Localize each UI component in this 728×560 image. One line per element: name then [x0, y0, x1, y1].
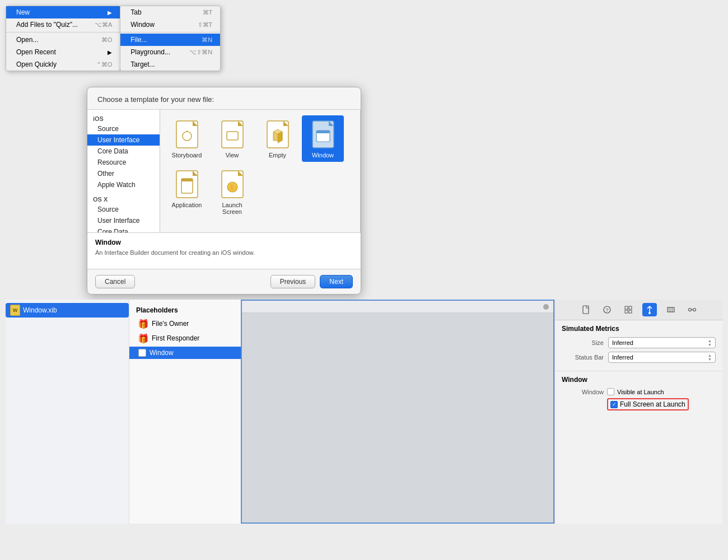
xib-file-icon: W	[10, 305, 20, 316]
sidebar-section-osx: OS X	[87, 194, 160, 204]
sidebar-item-apple-watch[interactable]: Apple Watch	[87, 179, 160, 190]
submenu-panel: Tab ⌘T Window ⇧⌘T File... ⌘N Playground.…	[120, 6, 221, 71]
files-owner-icon: 🎁	[138, 318, 148, 329]
size-dropdown[interactable]: Inferred ▲ ▼	[608, 337, 716, 348]
visible-at-launch-row: Window Visible at Launch	[562, 388, 716, 395]
inspector-toolbar: ?	[555, 300, 722, 320]
placeholder-first-responder[interactable]: 🎁 First Responder	[129, 331, 241, 346]
next-button[interactable]: Next	[320, 275, 353, 288]
inspector-tool-connections[interactable]	[685, 303, 699, 316]
window-check-label: Window	[562, 389, 604, 395]
file-tree-item-window-xib[interactable]: W Window.xib	[6, 303, 129, 318]
svg-rect-30	[629, 310, 632, 313]
placeholder-files-owner[interactable]: 🎁 File's Owner	[129, 316, 241, 331]
svg-rect-15	[316, 130, 330, 133]
template-view[interactable]: View	[211, 115, 253, 162]
window-section-title: Window	[562, 376, 716, 384]
template-sidebar: iOS Source User Interface Core Data Reso…	[87, 110, 160, 232]
size-value: Inferred	[612, 339, 633, 346]
submenu-window[interactable]: Window ⇧⌘T	[120, 18, 220, 31]
desc-text: An Interface Builder document for creati…	[95, 249, 353, 257]
canvas-title-bar	[242, 301, 553, 313]
dialog-footer: Cancel Previous Next	[87, 269, 361, 294]
full-screen-row: ✓ Full Screen at Launch	[562, 398, 716, 410]
window-section: Window Window Visible at Launch ✓ Full S…	[555, 371, 722, 418]
submenu-arrow: ▶	[108, 10, 112, 16]
full-screen-label: Full Screen at Launch	[620, 400, 685, 408]
svg-point-31	[648, 312, 651, 314]
window-checkbox[interactable]	[138, 349, 146, 357]
files-owner-label: File's Owner	[152, 320, 189, 328]
menu-item-add-files[interactable]: Add Files to "Quiz"... ⌥⌘A	[6, 18, 120, 31]
simulated-metrics-section: Simulated Metrics Size Inferred ▲ ▼ Stat…	[555, 320, 722, 371]
status-bar-dropdown[interactable]: Inferred ▲ ▼	[608, 352, 716, 363]
application-label: Application	[172, 202, 202, 208]
template-dialog: Choose a template for your new file: iOS…	[87, 87, 361, 295]
file-tree-panel: W Window.xib	[6, 300, 129, 524]
submenu-playground[interactable]: Playground... ⌥⇧⌘N	[120, 46, 220, 58]
inspector-tool-grid[interactable]	[621, 303, 636, 316]
template-window[interactable]: Window	[302, 115, 344, 162]
inspector-panel: ? Simulated Metrics Size Inferred	[554, 300, 722, 524]
storyboard-label: Storyboard	[172, 152, 202, 158]
sidebar-item-osx-user-interface[interactable]: User Interface	[87, 215, 160, 226]
menu-item-open-recent[interactable]: Open Recent ▶	[6, 46, 120, 58]
sidebar-item-user-interface[interactable]: User Interface	[87, 134, 160, 146]
window-list-label: Window	[150, 349, 174, 357]
menu-item-open[interactable]: Open... ⌘O	[6, 34, 120, 46]
sidebar-item-source[interactable]: Source	[87, 123, 160, 134]
file-tree-item-label: Window.xib	[23, 306, 57, 314]
first-responder-label: First Responder	[152, 334, 199, 342]
template-launch-screen[interactable]: 1 Launch Screen	[211, 165, 253, 218]
inspector-tool-help[interactable]: ?	[600, 303, 614, 316]
svg-rect-19	[181, 179, 193, 181]
sidebar-item-osx-core-data[interactable]: Core Data	[87, 226, 160, 232]
template-description: Window An Interface Builder document for…	[87, 232, 361, 269]
sidebar-item-resource[interactable]: Resource	[87, 157, 160, 168]
xcode-area: W Window.xib Placeholders 🎁 File's Owner…	[6, 300, 722, 524]
template-empty[interactable]: Empty	[256, 115, 298, 162]
inspector-tool-attributes[interactable]	[642, 303, 657, 316]
size-row: Size Inferred ▲ ▼	[562, 337, 716, 348]
svg-text:?: ?	[605, 307, 608, 313]
menu-divider-1	[6, 32, 120, 32]
size-label: Size	[562, 339, 604, 346]
menu-item-new[interactable]: New ▶	[6, 6, 120, 18]
template-grid: Storyboard View	[160, 110, 361, 232]
submenu-divider	[120, 32, 220, 32]
simulated-metrics-title: Simulated Metrics	[562, 325, 716, 333]
status-bar-value: Inferred	[612, 354, 633, 361]
size-stepper[interactable]: ▲ ▼	[708, 339, 712, 347]
submenu-tab[interactable]: Tab ⌘T	[120, 6, 220, 18]
svg-marker-11	[278, 132, 282, 143]
status-bar-stepper[interactable]: ▲ ▼	[708, 353, 712, 361]
menu-item-open-quickly[interactable]: Open Quickly ⌃⌘O	[6, 58, 120, 71]
submenu-file[interactable]: File... ⌘N	[120, 34, 220, 46]
launch-screen-label: Launch Screen	[213, 202, 251, 215]
svg-rect-24	[583, 306, 589, 314]
sidebar-item-core-data[interactable]: Core Data	[87, 146, 160, 157]
main-menu-panel: New ▶ Add Files to "Quiz"... ⌥⌘A Open...…	[6, 6, 120, 71]
canvas-close-button[interactable]	[543, 304, 549, 310]
sidebar-item-osx-source[interactable]: Source	[87, 204, 160, 215]
empty-label: Empty	[269, 152, 286, 158]
status-bar-label: Status Bar	[562, 354, 604, 361]
visible-at-launch-checkbox[interactable]	[607, 388, 614, 395]
previous-button[interactable]: Previous	[270, 275, 316, 288]
open-recent-arrow: ▶	[108, 49, 112, 55]
canvas-panel	[241, 300, 554, 524]
svg-rect-29	[625, 310, 628, 313]
sidebar-item-other[interactable]: Other	[87, 168, 160, 179]
cancel-button[interactable]: Cancel	[95, 275, 135, 288]
full-screen-checkbox[interactable]: ✓	[610, 401, 618, 408]
window-list-item[interactable]: Window	[129, 347, 241, 359]
template-storyboard[interactable]: Storyboard	[166, 115, 208, 162]
dialog-body: iOS Source User Interface Core Data Reso…	[87, 109, 361, 232]
sidebar-section-ios: iOS	[87, 113, 160, 123]
window-label: Window	[312, 152, 334, 158]
inspector-tool-file[interactable]	[578, 303, 593, 316]
template-application[interactable]: Application	[166, 165, 208, 218]
inspector-tool-size[interactable]	[664, 303, 678, 316]
submenu-target[interactable]: Target...	[120, 58, 220, 71]
status-bar-row: Status Bar Inferred ▲ ▼	[562, 352, 716, 363]
